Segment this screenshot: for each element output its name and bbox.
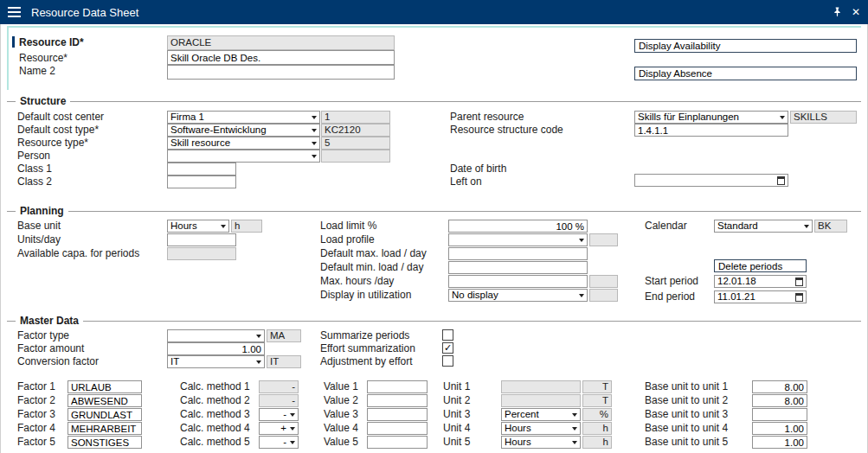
display-util-select[interactable]: No display	[448, 289, 588, 302]
calc-method-2-label: Calc. method 2	[180, 395, 250, 406]
units-day-label: Units/day	[17, 234, 61, 246]
calc-method-5-select[interactable]: -	[259, 436, 299, 449]
calc-method-1-field: -	[259, 380, 299, 393]
units-day-input[interactable]	[167, 233, 236, 246]
base-unit-to-unit-1-input[interactable]	[752, 380, 807, 393]
default-cost-type-select[interactable]: Software-Entwicklung	[167, 124, 320, 137]
calc-method-4-select[interactable]: +	[259, 422, 299, 435]
value-4-input[interactable]	[367, 422, 428, 435]
default-max-input[interactable]	[448, 247, 588, 260]
selected-value: Skills für Einplanungen	[638, 112, 778, 123]
base-unit-to-unit-3-input[interactable]	[752, 408, 807, 421]
default-min-input[interactable]	[448, 261, 588, 274]
unit-3-code: %	[582, 408, 612, 421]
end-period-input[interactable]: 11.01.21	[714, 290, 807, 303]
section-title-planning: Planning	[16, 205, 68, 217]
pin-icon[interactable]	[833, 7, 842, 17]
adjustment-by-effort-checkbox[interactable]	[442, 355, 453, 367]
selected-value: No display	[452, 290, 577, 301]
factor-4-input[interactable]	[68, 422, 142, 435]
chevron-down-icon	[572, 441, 577, 444]
value-5-input[interactable]	[367, 436, 428, 449]
display-availability-button[interactable]: Display Availability	[634, 39, 857, 53]
summarize-periods-checkbox[interactable]	[442, 329, 453, 341]
unit-5-select[interactable]: Hours	[501, 436, 581, 449]
left-on-input[interactable]	[634, 174, 788, 187]
chevron-down-icon	[221, 225, 226, 228]
start-period-input[interactable]: 12.01.18	[714, 275, 807, 288]
name2-label: Name 2	[19, 66, 55, 77]
titlebar: Resource Data Sheet ✕	[0, 0, 868, 24]
effort-summarization-checkbox[interactable]: ✓	[442, 342, 453, 354]
factor-2-input[interactable]	[68, 394, 142, 407]
close-icon[interactable]: ✕	[852, 7, 860, 17]
value-1-input[interactable]	[367, 380, 428, 393]
calc-method-3-select[interactable]: -	[259, 408, 299, 421]
calc-method-5-label: Calc. method 5	[180, 437, 250, 448]
factor-type-select[interactable]	[167, 329, 265, 342]
factor-amount-input[interactable]	[167, 342, 265, 355]
window-title: Resource Data Sheet	[31, 6, 138, 19]
resource-id-field: ORACLE	[167, 35, 395, 50]
teal-accent-left	[7, 26, 9, 90]
unit-3-select[interactable]: Percent	[501, 408, 581, 421]
parent-resource-select[interactable]: Skills für Einplanungen	[634, 111, 788, 124]
chevron-down-icon	[312, 129, 317, 132]
unit-4-select[interactable]: Hours	[501, 422, 581, 435]
chevron-down-icon	[579, 294, 584, 297]
factor-3-input[interactable]	[68, 408, 142, 421]
calendar-select[interactable]: Standard	[714, 220, 813, 233]
hamburger-menu-icon[interactable]	[8, 7, 21, 17]
selected-value: Firma 1	[170, 112, 310, 123]
base-unit-to-unit-4-input[interactable]	[752, 422, 807, 435]
resource-type-select[interactable]: Skill resource	[167, 137, 320, 150]
load-limit-input[interactable]	[448, 220, 588, 233]
conversion-factor-label: Conversion factor	[17, 356, 99, 367]
base-unit-to-unit-5-input[interactable]	[752, 436, 807, 449]
resource-type-label: Resource type*	[17, 137, 88, 149]
unit-5-code: h	[582, 436, 612, 449]
default-cost-center-select[interactable]: Firma 1	[167, 111, 320, 124]
calendar-label: Calendar	[645, 220, 687, 232]
calc-method-4-label: Calc. method 4	[180, 423, 250, 434]
structure-code-label: Resource structure code	[450, 124, 563, 136]
date-value: 12.01.18	[717, 276, 795, 287]
base-unit-to-unit-2-input[interactable]	[752, 394, 807, 407]
teal-accent-top	[7, 26, 861, 28]
person-select[interactable]	[167, 150, 320, 163]
calendar-icon[interactable]	[795, 278, 803, 286]
value-3-input[interactable]	[367, 408, 428, 421]
calendar-icon[interactable]	[777, 176, 785, 185]
selected-value: Standard	[717, 220, 802, 232]
calendar-icon[interactable]	[795, 293, 803, 302]
conversion-factor-code: IT	[267, 355, 301, 368]
class1-input[interactable]	[167, 163, 236, 175]
value-1-label: Value 1	[324, 381, 358, 392]
date-value: 11.01.21	[717, 291, 795, 303]
section-title-master-data: Master Data	[16, 315, 83, 327]
conversion-factor-select[interactable]: IT	[167, 355, 265, 368]
chevron-down-icon	[256, 360, 261, 364]
base-unit-code: h	[231, 220, 262, 233]
factor-amount-label: Factor amount	[17, 343, 84, 354]
selected-value: IT	[170, 356, 254, 367]
chevron-down-icon	[256, 335, 261, 338]
chevron-down-icon	[312, 155, 317, 158]
selected-value: Skill resource	[170, 137, 310, 149]
display-absence-button[interactable]: Display Absence	[634, 67, 857, 80]
left-on-label: Left on	[450, 176, 482, 188]
factor-5-input[interactable]	[68, 436, 142, 449]
structure-code-input[interactable]	[634, 124, 788, 137]
value-2-input[interactable]	[367, 394, 428, 407]
resource-name-input[interactable]	[167, 50, 395, 65]
class2-input[interactable]	[167, 175, 236, 188]
load-profile-select[interactable]	[448, 233, 588, 246]
calendar-code: BK	[814, 220, 847, 233]
start-period-label: Start period	[645, 276, 698, 287]
chevron-down-icon	[572, 413, 577, 417]
base-unit-select[interactable]: Hours	[167, 220, 229, 233]
delete-periods-button[interactable]: Delete periods	[714, 259, 807, 272]
max-hours-input[interactable]	[448, 275, 588, 288]
name2-input[interactable]	[167, 65, 395, 80]
factor-1-input[interactable]	[68, 380, 142, 393]
